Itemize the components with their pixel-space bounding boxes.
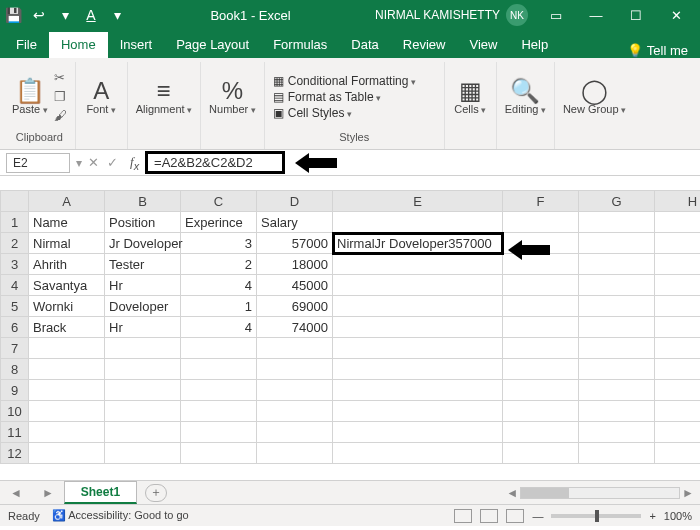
cell[interactable]: 2	[181, 254, 257, 275]
minimize-button[interactable]: —	[576, 0, 616, 30]
zoom-slider[interactable]	[551, 514, 641, 518]
col-B[interactable]: B	[105, 191, 181, 212]
cell[interactable]	[105, 338, 181, 359]
cell[interactable]	[503, 338, 579, 359]
cut-icon[interactable]: ✂	[54, 70, 67, 85]
cell[interactable]: Hr	[105, 275, 181, 296]
row-header[interactable]: 4	[1, 275, 29, 296]
row-header[interactable]: 5	[1, 296, 29, 317]
sheet-tab[interactable]: Sheet1	[64, 481, 137, 504]
col-E[interactable]: E	[333, 191, 503, 212]
tab-file[interactable]: File	[4, 32, 49, 58]
cell[interactable]	[105, 443, 181, 464]
cell[interactable]: Nirmal	[29, 233, 105, 254]
zoom-out-button[interactable]: —	[532, 510, 543, 522]
redo-dropdown-icon[interactable]: ▾	[56, 7, 74, 23]
view-normal-icon[interactable]	[454, 509, 472, 523]
tab-formulas[interactable]: Formulas	[261, 32, 339, 58]
cell[interactable]	[655, 275, 701, 296]
cell[interactable]	[579, 443, 655, 464]
cell[interactable]: 1	[181, 296, 257, 317]
spreadsheet-grid[interactable]: A B C D E F G H 1 Name Position Experinc…	[0, 190, 700, 480]
cell[interactable]	[503, 296, 579, 317]
cell[interactable]	[503, 317, 579, 338]
copy-icon[interactable]: ❐	[54, 89, 67, 104]
zoom-level[interactable]: 100%	[664, 510, 692, 522]
col-D[interactable]: D	[257, 191, 333, 212]
cells-button[interactable]: ▦Cells	[454, 79, 486, 115]
view-page-layout-icon[interactable]	[480, 509, 498, 523]
row-header[interactable]: 8	[1, 359, 29, 380]
alignment-button[interactable]: ≡Alignment	[136, 79, 192, 115]
cell[interactable]	[503, 359, 579, 380]
cell[interactable]	[257, 380, 333, 401]
row-header[interactable]: 2	[1, 233, 29, 254]
cell[interactable]: Name	[29, 212, 105, 233]
cell[interactable]	[333, 212, 503, 233]
cell[interactable]	[257, 401, 333, 422]
cell[interactable]	[655, 296, 701, 317]
row-header[interactable]: 6	[1, 317, 29, 338]
maximize-button[interactable]: ☐	[616, 0, 656, 30]
cell[interactable]	[333, 443, 503, 464]
new-sheet-button[interactable]: ＋	[145, 484, 167, 502]
hscroll-right-icon[interactable]: ►	[682, 486, 694, 500]
cell[interactable]	[503, 401, 579, 422]
cell[interactable]: Brack	[29, 317, 105, 338]
user-avatar[interactable]: NK	[506, 4, 528, 26]
horizontal-scrollbar[interactable]	[520, 487, 680, 499]
cell[interactable]	[181, 380, 257, 401]
cell[interactable]	[181, 401, 257, 422]
format-painter-icon[interactable]: 🖌	[54, 108, 67, 123]
col-C[interactable]: C	[181, 191, 257, 212]
cell[interactable]	[579, 275, 655, 296]
cell-selected[interactable]: NirmalJr Doveloper357000	[333, 233, 503, 254]
cell[interactable]: Hr	[105, 317, 181, 338]
cell[interactable]	[105, 422, 181, 443]
cell[interactable]	[257, 422, 333, 443]
cell[interactable]	[333, 317, 503, 338]
cell[interactable]: Doveloper	[105, 296, 181, 317]
cell[interactable]	[655, 359, 701, 380]
cell[interactable]: Jr Doveloper	[105, 233, 181, 254]
cell[interactable]	[655, 317, 701, 338]
tab-data[interactable]: Data	[339, 32, 390, 58]
sheet-nav-next-icon[interactable]: ►	[32, 486, 64, 500]
fx-icon[interactable]: fx	[124, 154, 145, 172]
cell[interactable]: Ahrith	[29, 254, 105, 275]
cell[interactable]	[333, 275, 503, 296]
tab-help[interactable]: Help	[509, 32, 560, 58]
cell[interactable]	[579, 359, 655, 380]
number-button[interactable]: %Number	[209, 79, 256, 115]
enter-formula-icon[interactable]: ✓	[107, 155, 118, 170]
col-F[interactable]: F	[503, 191, 579, 212]
tell-me[interactable]: Tell me	[647, 43, 688, 58]
cell[interactable]: 18000	[257, 254, 333, 275]
cell[interactable]	[655, 233, 701, 254]
tab-page-layout[interactable]: Page Layout	[164, 32, 261, 58]
cell[interactable]	[181, 338, 257, 359]
cell[interactable]	[579, 254, 655, 275]
cell[interactable]	[655, 380, 701, 401]
cell[interactable]	[579, 338, 655, 359]
cell[interactable]	[503, 443, 579, 464]
cell[interactable]	[579, 401, 655, 422]
cell[interactable]	[333, 338, 503, 359]
cell[interactable]: 4	[181, 317, 257, 338]
cell[interactable]: 57000	[257, 233, 333, 254]
hscroll-left-icon[interactable]: ◄	[506, 486, 518, 500]
cell[interactable]: 3	[181, 233, 257, 254]
font-button[interactable]: AFont	[86, 79, 116, 115]
ribbon-display-icon[interactable]: ▭	[536, 0, 576, 30]
formula-input[interactable]: =A2&B2&C2&D2	[145, 151, 285, 174]
conditional-formatting-button[interactable]: ▦Conditional Formatting	[273, 74, 416, 88]
autosave-icon[interactable]: 💾	[4, 7, 22, 23]
cell[interactable]	[579, 296, 655, 317]
cell[interactable]	[579, 212, 655, 233]
cell[interactable]: Tester	[105, 254, 181, 275]
col-A[interactable]: A	[29, 191, 105, 212]
row-header[interactable]: 3	[1, 254, 29, 275]
tab-review[interactable]: Review	[391, 32, 458, 58]
cell[interactable]	[503, 275, 579, 296]
cell[interactable]	[181, 443, 257, 464]
